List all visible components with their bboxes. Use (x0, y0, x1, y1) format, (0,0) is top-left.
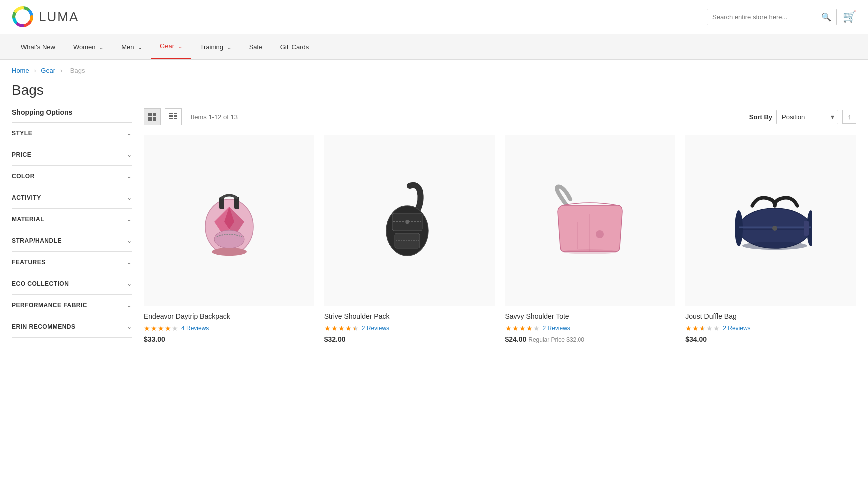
product-name: Strive Shoulder Pack (324, 312, 495, 320)
product-name: Endeavor Daytrip Backpack (144, 312, 314, 320)
svg-rect-6 (174, 113, 177, 114)
nav-item-gear[interactable]: Gear ⌄ (151, 34, 191, 59)
svg-rect-25 (406, 220, 409, 224)
star-3: ★ (338, 324, 345, 332)
product-rating: ★ ★ ★ ★ ★ 2 Reviews (505, 324, 676, 332)
product-image-pink-backpack[interactable] (144, 135, 314, 306)
star-4: ★ (165, 324, 171, 332)
svg-point-32 (772, 226, 777, 231)
stars: ★ ★ ★ ★ ★ (505, 324, 540, 332)
breadcrumb-separator: › (60, 67, 64, 74)
filter-color[interactable]: COLOR ⌄ (12, 166, 132, 187)
sidebar-title: Shopping Options (12, 108, 132, 123)
filter-price[interactable]: PRICE ⌄ (12, 144, 132, 166)
toolbar-right: Sort By Position Product Name Price ↑ (749, 110, 856, 124)
luma-logo-icon (12, 6, 34, 28)
sort-wrapper: Position Product Name Price (776, 110, 838, 124)
cart-icon[interactable]: 🛒 (843, 10, 856, 23)
search-input[interactable] (712, 13, 821, 21)
chevron-down-icon: ⌄ (138, 45, 142, 50)
list-icon (169, 113, 177, 121)
breadcrumb-home[interactable]: Home (12, 67, 29, 74)
svg-rect-33 (804, 221, 809, 236)
chevron-down-icon: ⌄ (127, 259, 132, 266)
star-3: ★ (158, 324, 164, 332)
nav-item-men[interactable]: Men ⌄ (112, 35, 151, 59)
toolbar-left: Items 1-12 of 13 (144, 108, 238, 125)
sort-select[interactable]: Position Product Name Price (776, 110, 838, 124)
chevron-down-icon: ⌄ (99, 45, 103, 50)
review-link[interactable]: 2 Reviews (543, 325, 570, 332)
review-link[interactable]: 2 Reviews (723, 325, 750, 332)
svg-point-17 (214, 230, 244, 248)
filter-style[interactable]: STYLE ⌄ (12, 123, 132, 144)
svg-point-27 (563, 249, 617, 254)
chevron-down-icon: ⌄ (127, 130, 132, 137)
star-1: ★ (685, 324, 692, 332)
filter-strap-handle[interactable]: STRAP/HANDLE ⌄ (12, 230, 132, 252)
product-rating: ★ ★ ★ ★ ★★ 2 Reviews (324, 324, 495, 332)
breadcrumb-separator: › (34, 67, 38, 74)
list-view-button[interactable] (165, 108, 182, 125)
svg-point-18 (212, 248, 247, 256)
review-link[interactable]: 2 Reviews (362, 325, 389, 332)
nav-item-whats-new[interactable]: What's New (12, 35, 64, 59)
toolbar: Items 1-12 of 13 Sort By Position Produc… (144, 108, 856, 125)
product-image-navy-duffle[interactable] (685, 135, 856, 306)
regular-price: Regular Price $32.00 (528, 336, 584, 343)
breadcrumb-gear[interactable]: Gear (41, 67, 55, 74)
svg-rect-5 (169, 113, 173, 114)
nav-item-women[interactable]: Women ⌄ (64, 35, 112, 59)
product-price: $24.00 Regular Price $32.00 (505, 335, 676, 343)
chevron-down-icon: ⌄ (127, 194, 132, 201)
black-sling-image (377, 181, 442, 261)
review-link[interactable]: 4 Reviews (181, 325, 209, 332)
chevron-down-icon: ⌄ (178, 44, 182, 49)
products-area: Items 1-12 of 13 Sort By Position Produc… (144, 108, 856, 343)
logo-text: LUMA (39, 9, 79, 25)
star-5: ★ (713, 324, 720, 332)
logo-area: LUMA (12, 6, 79, 28)
filter-erin-recommends[interactable]: ERIN RECOMMENDS ⌄ (12, 316, 132, 338)
nav-item-gift-cards[interactable]: Gift Cards (271, 35, 318, 59)
product-image-black-sling[interactable] (324, 135, 495, 306)
svg-rect-9 (169, 118, 173, 119)
chevron-down-icon: ⌄ (127, 237, 132, 244)
filter-eco-collection[interactable]: ECO COLLECTION ⌄ (12, 273, 132, 295)
items-count: Items 1-12 of 13 (191, 113, 238, 121)
filter-features[interactable]: FEATURES ⌄ (12, 252, 132, 273)
product-card: Savvy Shoulder Tote ★ ★ ★ ★ ★ 2 Reviews … (505, 135, 676, 343)
chevron-down-icon: ⌄ (127, 151, 132, 158)
nav-item-training[interactable]: Training ⌄ (191, 35, 240, 59)
product-name: Joust Duffle Bag (685, 312, 856, 320)
pink-backpack-image (194, 182, 264, 259)
chevron-down-icon: ⌄ (227, 45, 231, 50)
filter-performance-fabric[interactable]: PERFORMANCE FABRIC ⌄ (12, 295, 132, 316)
filter-activity[interactable]: ACTIVITY ⌄ (12, 187, 132, 209)
stars: ★ ★ ★★ ★ ★ (685, 324, 720, 332)
sort-direction-button[interactable]: ↑ (842, 110, 856, 124)
product-image-pink-tote[interactable] (505, 135, 676, 306)
grid-icon (148, 113, 156, 121)
stars: ★ ★ ★ ★ ★ (144, 324, 178, 332)
nav-item-sale[interactable]: Sale (240, 35, 271, 59)
page-title: Bags (0, 78, 868, 108)
main-content: Shopping Options STYLE ⌄ PRICE ⌄ COLOR ⌄… (0, 108, 868, 358)
navy-duffle-image (730, 188, 812, 253)
pink-tote-image (550, 184, 630, 257)
star-4: ★ (345, 324, 352, 332)
chevron-down-icon: ⌄ (127, 323, 132, 330)
sort-label: Sort By (749, 113, 772, 121)
svg-point-30 (735, 210, 743, 246)
stars: ★ ★ ★ ★ ★★ (324, 324, 359, 332)
svg-rect-1 (148, 113, 152, 116)
product-name: Savvy Shoulder Tote (505, 312, 676, 320)
product-grid: Endeavor Daytrip Backpack ★ ★ ★ ★ ★ 4 Re… (144, 135, 856, 343)
breadcrumb: Home › Gear › Bags (0, 60, 868, 78)
search-button[interactable]: 🔍 (821, 12, 831, 22)
star-3: ★ (519, 324, 526, 332)
grid-view-button[interactable] (144, 108, 161, 125)
filter-material[interactable]: MATERIAL ⌄ (12, 209, 132, 230)
product-price: $34.00 (685, 335, 856, 343)
header: LUMA 🔍 🛒 (0, 0, 868, 34)
